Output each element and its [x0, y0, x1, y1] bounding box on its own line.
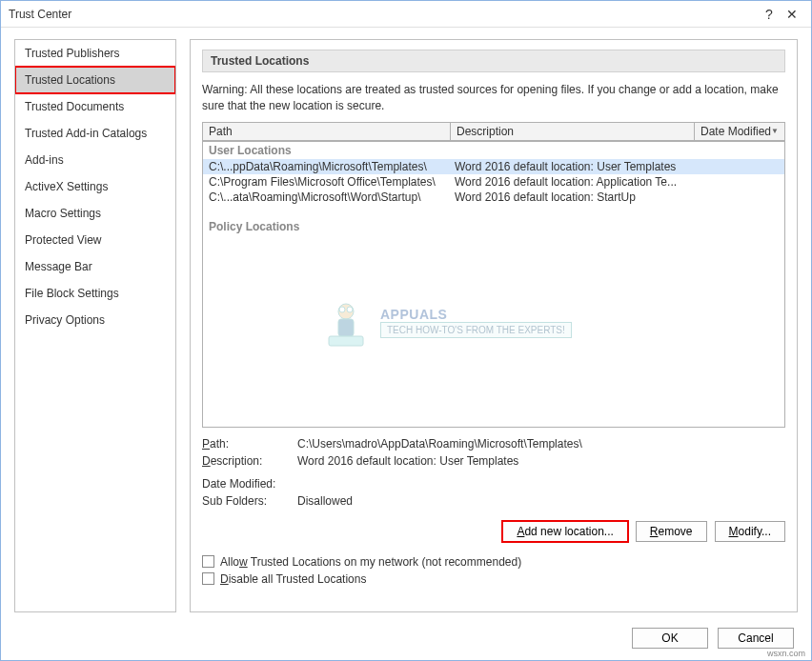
dialog-title: Trust Center: [9, 8, 758, 21]
detail-subfolders-value: Disallowed: [297, 494, 353, 508]
sidebar-item-trusted-locations[interactable]: Trusted Locations: [15, 67, 175, 93]
warning-text: Warning: All these locations are treated…: [202, 82, 785, 114]
help-button[interactable]: ?: [758, 7, 781, 22]
detail-date-label: Date Modified:: [202, 477, 297, 491]
detail-description-value: Word 2016 default location: User Templat…: [297, 454, 518, 468]
sidebar-item-macro-settings[interactable]: Macro Settings: [15, 200, 175, 227]
cell-description: Word 2016 default location: Application …: [455, 175, 779, 189]
modify-button[interactable]: Modify...: [715, 521, 785, 542]
svg-rect-2: [329, 336, 363, 346]
sidebar: Trusted Publishers Trusted Locations Tru…: [14, 39, 176, 612]
content-area: Trusted Publishers Trusted Locations Tru…: [14, 39, 798, 612]
col-header-date-modified[interactable]: Date Modified ▼: [695, 123, 784, 140]
watermark-brand: APPUALS: [380, 307, 572, 322]
sidebar-item-add-ins[interactable]: Add-ins: [15, 147, 175, 173]
sidebar-item-trusted-documents[interactable]: Trusted Documents: [15, 93, 175, 120]
sidebar-item-trusted-addin-catalogs[interactable]: Trusted Add-in Catalogs: [15, 120, 175, 147]
allow-network-row: Allow Trusted Locations on my network (n…: [202, 555, 785, 569]
table-header: Path Description Date Modified ▼: [203, 123, 784, 141]
titlebar: Trust Center ? ✕: [1, 1, 811, 28]
trust-center-dialog: Trust Center ? ✕ Trusted Publishers Trus…: [0, 0, 812, 661]
cancel-button[interactable]: Cancel: [718, 628, 794, 649]
sidebar-item-message-bar[interactable]: Message Bar: [15, 253, 175, 280]
detail-subfolders-label: Sub Folders:: [202, 494, 297, 508]
section-header: Trusted Locations: [202, 50, 785, 72]
locations-table: Path Description Date Modified ▼: [202, 122, 785, 142]
cell-description: Word 2016 default location: StartUp: [455, 190, 779, 204]
dialog-footer: OK Cancel: [632, 628, 794, 649]
location-buttons: Add new location... Remove Modify...: [202, 521, 785, 542]
remove-button[interactable]: Remove: [636, 521, 707, 542]
sidebar-item-file-block-settings[interactable]: File Block Settings: [15, 280, 175, 307]
sidebar-item-activex-settings[interactable]: ActiveX Settings: [15, 173, 175, 200]
allow-network-checkbox[interactable]: [202, 555, 214, 568]
detail-description-label: Description:: [202, 454, 297, 468]
table-row[interactable]: C:\...ata\Roaming\Microsoft\Word\Startup…: [203, 190, 784, 205]
svg-point-3: [339, 307, 345, 312]
col-header-date-label: Date Modified: [700, 125, 771, 138]
svg-rect-1: [338, 319, 354, 336]
close-button[interactable]: ✕: [781, 7, 803, 22]
allow-network-label: Allow Trusted Locations on my network (n…: [220, 555, 521, 569]
ok-button[interactable]: OK: [632, 628, 708, 649]
add-new-location-button[interactable]: Add new location...: [502, 521, 627, 542]
main-panel: Trusted Locations Warning: All these loc…: [190, 39, 798, 612]
col-header-description[interactable]: Description: [451, 123, 695, 140]
table-row[interactable]: C:\Program Files\Microsoft Office\Templa…: [203, 174, 784, 190]
table-row[interactable]: C:\...ppData\Roaming\Microsoft\Templates…: [203, 159, 784, 174]
cell-description: Word 2016 default location: User Templat…: [455, 160, 779, 173]
cell-path: C:\...ata\Roaming\Microsoft\Word\Startup…: [209, 190, 455, 204]
svg-point-4: [347, 307, 353, 312]
attribution: wsxn.com: [767, 649, 805, 658]
chevron-down-icon: ▼: [771, 127, 779, 135]
mascot-icon: [317, 294, 375, 351]
col-header-path[interactable]: Path: [203, 123, 451, 140]
locations-list: User Locations C:\...ppData\Roaming\Micr…: [202, 142, 785, 428]
group-policy-locations: Policy Locations: [203, 218, 784, 235]
sidebar-item-trusted-publishers[interactable]: Trusted Publishers: [15, 40, 175, 67]
sidebar-item-protected-view[interactable]: Protected View: [15, 227, 175, 253]
disable-all-label: Disable all Trusted Locations: [220, 572, 366, 586]
details-panel: Path: C:\Users\madro\AppData\Roaming\Mic…: [202, 437, 785, 511]
svg-point-0: [338, 304, 354, 319]
group-user-locations: User Locations: [203, 142, 784, 159]
watermark-tag: TECH HOW-TO'S FROM THE EXPERTS!: [380, 322, 572, 338]
cell-path: C:\...ppData\Roaming\Microsoft\Templates…: [209, 160, 455, 173]
disable-all-checkbox[interactable]: [202, 572, 214, 585]
watermark: APPUALS TECH HOW-TO'S FROM THE EXPERTS!: [317, 294, 572, 351]
detail-path-value: C:\Users\madro\AppData\Roaming\Microsoft…: [297, 437, 582, 451]
detail-path-label: Path:: [202, 437, 297, 451]
sidebar-item-privacy-options[interactable]: Privacy Options: [15, 307, 175, 333]
cell-path: C:\Program Files\Microsoft Office\Templa…: [209, 175, 455, 189]
disable-all-row: Disable all Trusted Locations: [202, 572, 785, 586]
